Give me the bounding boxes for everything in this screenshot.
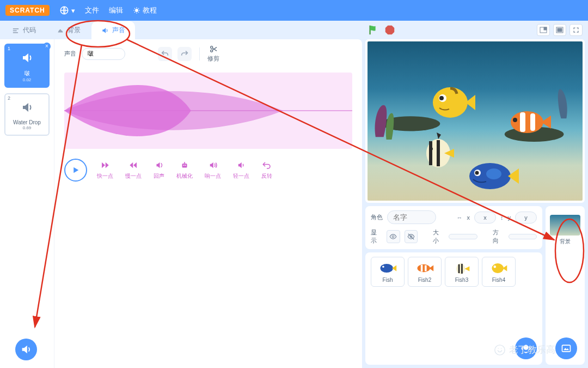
effect-softer[interactable]: 轻一点 [233,160,249,180]
language-menu[interactable]: ▾ [59,5,75,15]
green-flag-button[interactable] [367,24,379,36]
top-menu-bar: SCRATCH ▾ 文件 编辑 教程 [0,0,588,21]
svg-marker-11 [385,26,395,35]
svg-point-1 [135,9,138,12]
svg-point-44 [494,266,497,268]
svg-rect-26 [429,141,432,165]
watermark: 老丁教乐高 [494,343,555,356]
show-label: 显示 [371,228,382,245]
redo-button[interactable] [177,47,192,61]
waveform-display[interactable] [64,73,352,149]
fullscreen-button[interactable] [569,24,583,36]
sprite-list: Fish Fish2 Fish3 Fish4 [371,257,537,287]
backdrop-label: 背景 [560,238,571,245]
svg-point-33 [393,236,395,238]
svg-point-9 [183,165,184,166]
sprite-card-fish3[interactable]: Fish3 [445,257,479,287]
add-sound-button[interactable] [15,339,37,360]
stage-preview[interactable] [365,39,585,203]
sprite-label: 角色 [371,213,383,221]
edit-menu[interactable]: 编辑 [109,5,123,15]
svg-point-10 [185,165,186,166]
svg-rect-13 [544,27,547,30]
play-button[interactable] [64,159,87,182]
sprite-info-panel: 角色 ↔ x x ↕ y y 显示 大小 [365,206,542,249]
trim-button[interactable]: 修剪 [207,55,219,63]
add-backdrop-button[interactable] [555,337,577,359]
undo-button[interactable] [158,47,172,61]
effect-slower[interactable]: 慢一点 [125,160,142,180]
tab-code[interactable]: 代码 [2,21,46,39]
svg-rect-15 [558,28,562,32]
direction-label: 方向 [493,228,504,245]
svg-rect-22 [520,112,525,132]
svg-rect-4 [13,32,18,33]
svg-rect-2 [13,28,19,29]
editor-tabs: 代码 背景 声音 [0,21,362,39]
svg-point-43 [492,263,504,273]
svg-point-40 [456,263,465,274]
file-menu[interactable]: 文件 [85,5,99,15]
stage-selector[interactable]: 背景 [546,206,585,365]
tab-code-label: 代码 [23,26,36,35]
svg-rect-3 [13,30,17,31]
effect-echo[interactable]: 回声 [154,160,164,180]
effect-robot[interactable]: 机械化 [176,160,193,180]
sound-name-label: 声音 [64,50,76,58]
tutorials-menu[interactable]: 教程 [133,5,157,15]
svg-point-51 [495,345,505,354]
svg-point-36 [382,266,384,268]
sprite-direction-input[interactable] [509,234,537,239]
svg-rect-42 [461,264,463,274]
tab-backdrops-label: 背景 [68,26,81,35]
sprite-y-input[interactable]: y [515,212,537,224]
svg-rect-41 [458,264,460,273]
sprite-name-input[interactable] [387,210,436,224]
svg-point-31 [475,171,479,175]
tab-sounds[interactable]: 声音 [91,21,135,39]
sound-thumb-1[interactable]: 1 × 啵 0.02 [4,44,50,88]
svg-point-21 [511,111,543,133]
sprite-card-fish4[interactable]: Fish4 [482,257,516,287]
sprite-card-fish2[interactable]: Fish2 [408,257,442,287]
effect-reverse[interactable]: 反转 [261,160,272,180]
svg-rect-23 [530,113,535,131]
stage-header [365,24,585,36]
sprite-x-input[interactable]: x [474,212,496,224]
scratch-logo: SCRATCH [5,5,50,16]
tab-backdrops[interactable]: 背景 [47,21,90,39]
svg-point-37 [418,264,430,272]
effect-louder[interactable]: 响一点 [205,160,221,180]
svg-point-32 [486,168,501,179]
tab-sounds-label: 声音 [112,26,125,35]
large-stage-button[interactable] [553,24,566,36]
svg-point-24 [513,118,517,122]
svg-point-35 [381,264,393,273]
effect-buttons: 快一点 慢一点 回声 机械化 响一点 轻一点 反转 [97,160,272,180]
size-label: 大小 [433,228,444,245]
svg-rect-46 [562,345,571,352]
sound-name-input[interactable] [82,48,125,60]
sound-list: 1 × 啵 0.02 2 Water Drop 0.69 [0,39,54,368]
delete-sound-icon[interactable]: × [43,43,51,50]
scissors-icon [209,45,218,53]
svg-rect-38 [421,265,423,272]
sound-editor: 1 × 啵 0.02 2 Water Drop 0.69 声音 [0,39,362,368]
show-sprite-button[interactable] [387,230,400,243]
effect-faster[interactable]: 快一点 [97,160,113,180]
svg-rect-8 [182,164,187,168]
svg-point-20 [439,96,444,100]
backdrop-thumbnail [550,215,580,236]
sprite-size-input[interactable] [449,234,477,239]
svg-point-28 [430,147,433,150]
svg-point-18 [433,87,468,118]
hide-sprite-button[interactable] [405,230,418,243]
stop-button[interactable] [384,24,396,36]
sound-thumb-2[interactable]: 2 Water Drop 0.69 [4,93,50,136]
sprite-card-fish[interactable]: Fish [371,257,405,287]
sound-edit-toolbar: 声音 修剪 [64,45,352,67]
svg-rect-27 [437,140,440,166]
svg-rect-39 [425,266,427,272]
small-stage-button[interactable] [537,24,550,36]
